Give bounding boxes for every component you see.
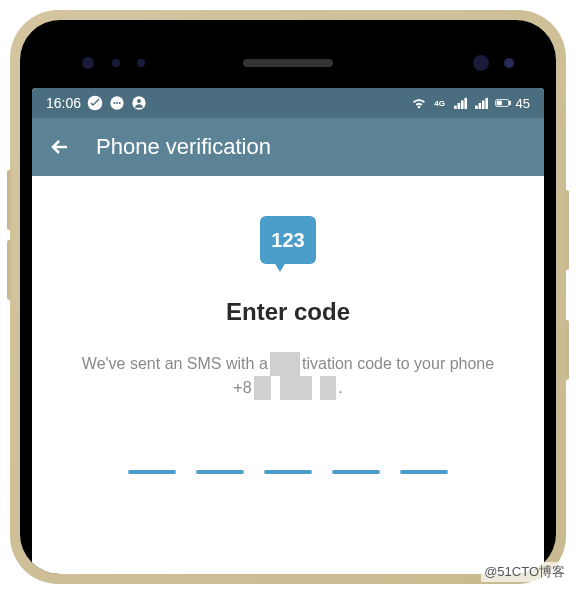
wifi-icon (411, 95, 427, 111)
telegram-icon (87, 95, 103, 111)
svg-point-3 (116, 102, 118, 104)
heading: Enter code (62, 298, 514, 326)
battery-icon (495, 95, 511, 111)
code-input-group (62, 470, 514, 474)
svg-rect-9 (461, 100, 464, 109)
signal-bars-2-icon (474, 95, 490, 111)
svg-rect-12 (478, 103, 481, 109)
svg-rect-17 (496, 101, 501, 106)
signal-bars-1-icon (453, 95, 469, 111)
sensor-right (504, 58, 514, 68)
speaker-grille (243, 59, 333, 67)
phone-bezel: 16:06 4G (20, 20, 556, 574)
phone-frame: 16:06 4G (10, 10, 566, 584)
code-digit-1[interactable] (128, 470, 176, 474)
code-digit-2[interactable] (196, 470, 244, 474)
masked-phone-1: 61 (254, 376, 272, 400)
status-left: 16:06 (46, 95, 147, 111)
page-title: Phone verification (96, 134, 271, 160)
svg-rect-13 (482, 100, 485, 109)
battery-percent: 45 (516, 96, 530, 111)
description-text: We've sent an SMS with an activation cod… (62, 352, 514, 400)
svg-rect-8 (457, 103, 460, 109)
arrow-left-icon (48, 135, 72, 159)
sensor-1 (112, 59, 120, 67)
svg-rect-10 (464, 98, 467, 109)
svg-rect-11 (475, 106, 478, 109)
svg-rect-14 (485, 98, 488, 109)
status-bar: 16:06 4G (32, 88, 544, 118)
phone-top-hardware (32, 38, 544, 88)
watermark: @51CTO博客 (481, 562, 568, 582)
code-digit-5[interactable] (400, 470, 448, 474)
code-digit-3[interactable] (264, 470, 312, 474)
power-button[interactable] (565, 190, 569, 270)
signal-4g-icon: 4G (432, 95, 448, 111)
volume-up-button[interactable] (7, 170, 11, 230)
masked-phone-2: xxxx (280, 376, 312, 400)
svg-rect-16 (509, 101, 510, 104)
volume-down-button[interactable] (7, 240, 11, 300)
svg-rect-7 (454, 106, 457, 109)
status-time: 16:06 (46, 95, 81, 111)
sms-icon-text: 123 (271, 229, 304, 252)
svg-point-4 (119, 102, 121, 104)
content-area: 123 Enter code We've sent an SMS with an… (32, 176, 544, 474)
app-bar: Phone verification (32, 118, 544, 176)
front-camera-right (473, 55, 489, 71)
side-button[interactable] (565, 320, 569, 380)
screen: 16:06 4G (32, 88, 544, 574)
masked-text-1: n ac (270, 352, 300, 376)
code-digit-4[interactable] (332, 470, 380, 474)
back-button[interactable] (48, 135, 72, 159)
status-right: 4G 45 (411, 95, 530, 111)
chat-icon (109, 95, 125, 111)
svg-point-2 (113, 102, 115, 104)
sms-code-icon: 123 (260, 216, 316, 264)
masked-phone-3: xx (320, 376, 336, 400)
front-camera-left (82, 57, 94, 69)
sensor-2 (137, 59, 145, 67)
svg-point-6 (137, 99, 141, 103)
account-icon (131, 95, 147, 111)
